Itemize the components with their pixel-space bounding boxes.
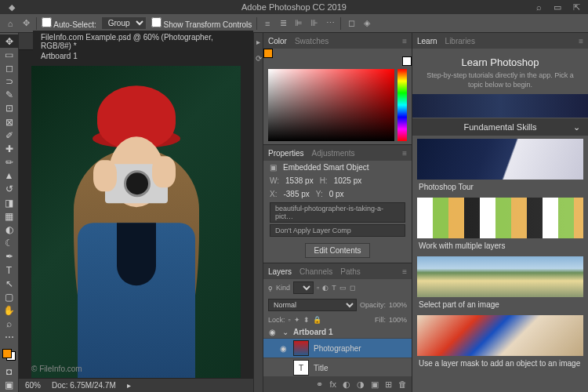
tab-color[interactable]: Color xyxy=(268,37,287,45)
shape-tool[interactable]: ▢ xyxy=(0,290,18,303)
tutorial-card[interactable]: Use a layer mask to add an object to an … xyxy=(417,315,583,371)
heal-tool[interactable]: ✚ xyxy=(0,142,18,155)
hand-tool[interactable]: ✋ xyxy=(0,303,18,317)
tutorial-card[interactable]: Photoshop Tour xyxy=(417,139,583,194)
adjustment-icon[interactable]: ◑ xyxy=(357,379,365,390)
group-icon[interactable]: ▣ xyxy=(371,379,379,390)
tab-libraries[interactable]: Libraries xyxy=(445,37,475,45)
opacity-value[interactable]: 100% xyxy=(389,301,407,309)
tab-properties[interactable]: Properties xyxy=(268,149,304,158)
tab-channels[interactable]: Channels xyxy=(299,267,332,276)
lasso-tool[interactable]: ⊃ xyxy=(0,75,18,89)
prop-x[interactable]: -385 px xyxy=(283,190,309,198)
prop-height[interactable]: 1025 px xyxy=(334,176,362,185)
artboard-tool[interactable]: ▭ xyxy=(0,48,18,61)
3d-icon[interactable]: ◈ xyxy=(361,18,372,29)
zoom-level[interactable]: 60% xyxy=(25,381,41,390)
history-brush-tool[interactable]: ↺ xyxy=(0,183,18,196)
blend-mode[interactable]: Normal xyxy=(268,299,357,311)
move-tool[interactable]: ✥ xyxy=(0,34,18,48)
visibility-icon[interactable]: ◉ xyxy=(267,328,278,336)
prop-y[interactable]: 0 px xyxy=(329,190,344,198)
artboard[interactable] xyxy=(31,66,241,378)
zoom-tool[interactable]: ⌕ xyxy=(0,318,18,331)
share-icon[interactable]: ⇱ xyxy=(571,2,582,13)
distribute-icon[interactable]: ⋯ xyxy=(325,18,336,29)
tab-adjustments[interactable]: Adjustments xyxy=(312,149,355,158)
new-layer-icon[interactable]: ⊞ xyxy=(385,379,392,390)
stamp-tool[interactable]: ▲ xyxy=(0,169,18,183)
link-icon[interactable]: ⚭ xyxy=(316,379,323,390)
tab-layers[interactable]: Layers xyxy=(268,267,292,276)
align-icon[interactable]: ≣ xyxy=(278,18,289,29)
eraser-tool[interactable]: ◨ xyxy=(0,196,18,209)
pen-tool[interactable]: ✒ xyxy=(0,250,18,263)
eyedropper-tool[interactable]: ✐ xyxy=(0,129,18,142)
fx-icon[interactable]: fx xyxy=(329,379,336,389)
canvas[interactable]: Artboard 1 © FileInfo.com xyxy=(19,50,253,378)
tutorial-card[interactable]: Select part of an image xyxy=(417,256,583,312)
history-icon[interactable]: ⟳ xyxy=(256,54,262,63)
distribute-icon[interactable]: ⊪ xyxy=(309,18,320,29)
filter-icon[interactable]: ◐ xyxy=(322,284,328,292)
delete-icon[interactable]: 🗑 xyxy=(398,379,407,389)
gradient-tool[interactable]: ▦ xyxy=(0,209,18,223)
status-chevron[interactable]: ▸ xyxy=(127,381,131,390)
filter-icon[interactable]: ◻ xyxy=(350,284,355,292)
home-icon[interactable]: ⌂ xyxy=(5,18,16,29)
tab-paths[interactable]: Paths xyxy=(340,267,361,276)
brush-tool[interactable]: ✏ xyxy=(0,156,18,169)
blur-tool[interactable]: ◐ xyxy=(0,223,18,236)
doc-size[interactable]: Doc: 6.75M/24.7M xyxy=(52,381,116,390)
quick-mask[interactable]: ◘ xyxy=(0,365,18,379)
type-tool[interactable]: T xyxy=(0,263,18,277)
dodge-tool[interactable]: ☾ xyxy=(0,237,18,250)
edit-contents-button[interactable]: Edit Contents xyxy=(305,243,369,258)
fill-value[interactable]: 100% xyxy=(389,316,407,324)
workspace-icon[interactable]: ▭ xyxy=(552,2,563,13)
color-swatches[interactable] xyxy=(2,349,16,361)
lock-icon[interactable]: 🔒 xyxy=(313,316,321,324)
color-picker[interactable] xyxy=(263,66,412,144)
lock-icon[interactable]: ⬍ xyxy=(303,316,310,324)
crop-tool[interactable]: ⊡ xyxy=(0,102,18,115)
layer-artboard[interactable]: ◉⌄Artboard 1 xyxy=(263,326,412,339)
mask-icon[interactable]: ◐ xyxy=(343,379,350,390)
panel-menu-icon[interactable]: ≡ xyxy=(402,149,407,158)
visibility-icon[interactable]: ◉ xyxy=(278,344,289,353)
document-tab[interactable]: FileInfo.com Example.psd @ 60% (Photogra… xyxy=(33,31,253,53)
tutorial-card[interactable]: Work with multiple layers xyxy=(417,198,583,253)
frame-tool[interactable]: ⊠ xyxy=(0,115,18,129)
tab-swatches[interactable]: Swatches xyxy=(295,37,328,45)
align-icon[interactable]: ≡ xyxy=(262,18,273,29)
layer-item[interactable]: ◉Photographer xyxy=(263,339,412,358)
quick-select-tool[interactable]: ✎ xyxy=(0,89,18,102)
align-icon[interactable]: ⊫ xyxy=(293,18,304,29)
layer-item[interactable]: TTitle xyxy=(263,358,412,376)
panel-icon[interactable]: ▸ xyxy=(256,38,260,46)
layer-comp-select[interactable]: Don't Apply Layer Comp xyxy=(270,224,405,237)
tab-learn[interactable]: Learn xyxy=(417,37,437,45)
prop-width[interactable]: 1538 px xyxy=(285,176,314,185)
search-icon[interactable]: ⌕ xyxy=(533,2,544,13)
panel-menu-icon[interactable]: ≡ xyxy=(402,267,407,276)
edit-toolbar[interactable]: ⋯ xyxy=(0,331,18,344)
lock-icon[interactable]: ▫ xyxy=(289,316,291,324)
layer-filter[interactable] xyxy=(293,281,314,294)
path-tool[interactable]: ↖ xyxy=(0,277,18,290)
3d-icon[interactable]: ◻ xyxy=(346,18,357,29)
auto-select-dropdown[interactable]: Group xyxy=(101,16,147,30)
filter-icon[interactable]: ▭ xyxy=(339,284,347,292)
learn-section[interactable]: Fundamental Skills⌄ xyxy=(412,118,588,136)
learn-subhead: Step-by-step tutorials directly in the a… xyxy=(420,71,580,89)
panel-menu-icon[interactable]: ≡ xyxy=(579,37,583,45)
auto-select-checkbox[interactable]: Auto-Select: xyxy=(42,17,96,29)
artboard-label[interactable]: Artboard 1 xyxy=(41,52,78,60)
filter-icon[interactable]: ▫ xyxy=(317,284,319,292)
screen-mode[interactable]: ▣ xyxy=(0,379,18,392)
panel-menu-icon[interactable]: ≡ xyxy=(402,37,407,45)
lock-icon[interactable]: ✦ xyxy=(294,316,300,324)
filter-icon[interactable]: T xyxy=(332,284,336,292)
show-transform-checkbox[interactable]: Show Transform Controls xyxy=(151,17,252,29)
marquee-tool[interactable]: ◻ xyxy=(0,61,18,74)
